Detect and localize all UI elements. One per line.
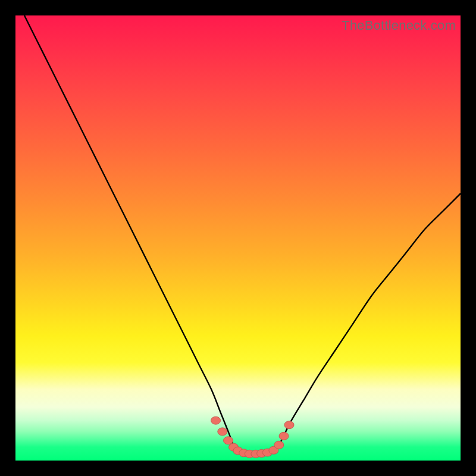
curve-marker bbox=[262, 449, 272, 456]
curve-marker bbox=[233, 447, 243, 455]
marker-group bbox=[211, 416, 294, 458]
right-curve-path bbox=[276, 193, 461, 452]
curve-marker bbox=[229, 443, 239, 451]
curve-layer bbox=[15, 15, 461, 461]
curve-marker bbox=[284, 421, 294, 429]
curve-marker bbox=[274, 441, 284, 449]
flat-bottom-path bbox=[236, 452, 275, 455]
curve-marker bbox=[211, 416, 221, 424]
curve-marker bbox=[279, 432, 289, 440]
curve-marker bbox=[245, 450, 254, 458]
plot-area: TheBottleneck.com bbox=[15, 15, 461, 461]
left-curve-path bbox=[24, 15, 236, 452]
curve-marker bbox=[239, 449, 249, 457]
outer-frame: TheBottleneck.com bbox=[0, 0, 476, 476]
curve-marker bbox=[224, 437, 233, 444]
curve-marker bbox=[218, 428, 227, 436]
curve-marker bbox=[251, 450, 261, 458]
watermark-text: TheBottleneck.com bbox=[342, 18, 456, 33]
curve-marker bbox=[269, 446, 278, 454]
curve-marker bbox=[257, 450, 267, 458]
